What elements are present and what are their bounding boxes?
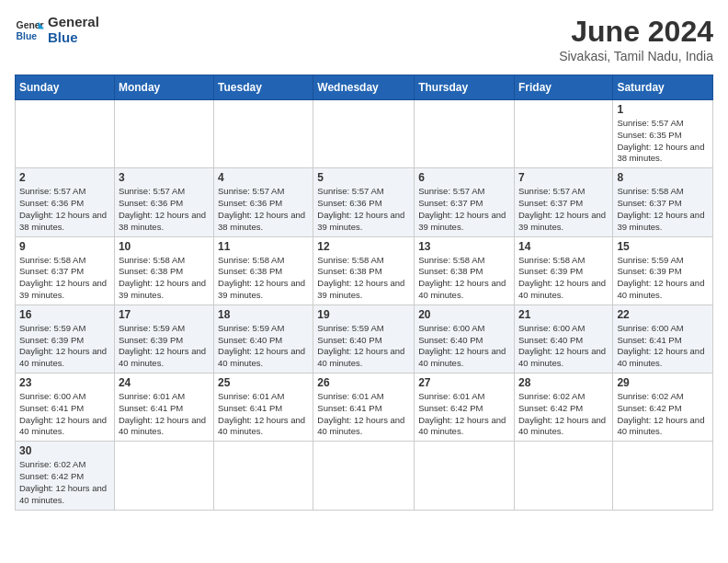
- calendar-cell: 2Sunrise: 5:57 AM Sunset: 6:36 PM Daylig…: [16, 168, 115, 236]
- calendar-cell: 12Sunrise: 5:58 AM Sunset: 6:38 PM Dayli…: [313, 236, 415, 304]
- day-info: Sunrise: 5:57 AM Sunset: 6:36 PM Dayligh…: [317, 186, 410, 233]
- day-header-sunday: Sunday: [16, 75, 115, 100]
- calendar-cell: 1Sunrise: 5:57 AM Sunset: 6:35 PM Daylig…: [613, 100, 713, 168]
- day-number: 19: [317, 308, 410, 321]
- day-number: 17: [119, 308, 210, 321]
- day-number: 7: [518, 171, 609, 184]
- day-info: Sunrise: 5:59 AM Sunset: 6:40 PM Dayligh…: [218, 323, 309, 370]
- calendar-cell: 10Sunrise: 5:58 AM Sunset: 6:38 PM Dayli…: [114, 236, 213, 304]
- day-info: Sunrise: 5:57 AM Sunset: 6:36 PM Dayligh…: [19, 186, 110, 233]
- day-info: Sunrise: 6:02 AM Sunset: 6:42 PM Dayligh…: [617, 391, 709, 438]
- logo-text-blue: Blue: [48, 30, 99, 46]
- day-number: 1: [617, 103, 709, 116]
- calendar-cell: 7Sunrise: 5:57 AM Sunset: 6:37 PM Daylig…: [514, 168, 612, 236]
- day-info: Sunrise: 5:57 AM Sunset: 6:36 PM Dayligh…: [218, 186, 309, 233]
- day-number: 21: [518, 308, 609, 321]
- calendar-cell: [313, 100, 415, 168]
- calendar-cell: [16, 100, 115, 168]
- day-info: Sunrise: 6:01 AM Sunset: 6:41 PM Dayligh…: [317, 391, 410, 438]
- week-row-6: 30Sunrise: 6:02 AM Sunset: 6:42 PM Dayli…: [16, 442, 713, 510]
- day-number: 10: [119, 240, 210, 253]
- day-info: Sunrise: 5:57 AM Sunset: 6:35 PM Dayligh…: [617, 118, 709, 165]
- day-info: Sunrise: 6:02 AM Sunset: 6:42 PM Dayligh…: [518, 391, 609, 438]
- day-number: 23: [19, 376, 110, 389]
- day-number: 8: [617, 171, 709, 184]
- svg-text:Blue: Blue: [17, 30, 38, 40]
- calendar-cell: 30Sunrise: 6:02 AM Sunset: 6:42 PM Dayli…: [16, 442, 115, 510]
- day-info: Sunrise: 5:58 AM Sunset: 6:39 PM Dayligh…: [518, 255, 609, 302]
- calendar-cell: 15Sunrise: 5:59 AM Sunset: 6:39 PM Dayli…: [613, 236, 713, 304]
- day-header-friday: Friday: [514, 75, 612, 100]
- day-header-thursday: Thursday: [415, 75, 515, 100]
- calendar-cell: [114, 442, 213, 510]
- day-info: Sunrise: 5:58 AM Sunset: 6:38 PM Dayligh…: [218, 255, 309, 302]
- day-info: Sunrise: 5:57 AM Sunset: 6:37 PM Dayligh…: [518, 186, 609, 233]
- day-number: 27: [418, 376, 510, 389]
- calendar-cell: 8Sunrise: 5:58 AM Sunset: 6:37 PM Daylig…: [613, 168, 713, 236]
- week-row-2: 2Sunrise: 5:57 AM Sunset: 6:36 PM Daylig…: [16, 168, 713, 236]
- logo: General Blue General Blue: [15, 15, 99, 45]
- day-info: Sunrise: 6:00 AM Sunset: 6:41 PM Dayligh…: [617, 323, 709, 370]
- calendar-cell: [613, 442, 713, 510]
- day-info: Sunrise: 5:59 AM Sunset: 6:39 PM Dayligh…: [119, 323, 210, 370]
- day-header-monday: Monday: [114, 75, 213, 100]
- calendar-cell: [415, 100, 515, 168]
- day-number: 13: [418, 240, 510, 253]
- day-number: 2: [19, 171, 110, 184]
- day-info: Sunrise: 5:59 AM Sunset: 6:39 PM Dayligh…: [19, 323, 110, 370]
- calendar-cell: 11Sunrise: 5:58 AM Sunset: 6:38 PM Dayli…: [214, 236, 313, 304]
- calendar-cell: [514, 100, 612, 168]
- calendar-cell: [514, 442, 612, 510]
- calendar-cell: 21Sunrise: 6:00 AM Sunset: 6:40 PM Dayli…: [514, 304, 612, 373]
- calendar-cell: [114, 100, 213, 168]
- logo-icon: General Blue: [15, 16, 44, 45]
- day-info: Sunrise: 6:01 AM Sunset: 6:41 PM Dayligh…: [218, 391, 309, 438]
- calendar-cell: 18Sunrise: 5:59 AM Sunset: 6:40 PM Dayli…: [214, 304, 313, 373]
- calendar-cell: 5Sunrise: 5:57 AM Sunset: 6:36 PM Daylig…: [313, 168, 415, 236]
- day-info: Sunrise: 6:01 AM Sunset: 6:41 PM Dayligh…: [119, 391, 210, 438]
- day-number: 12: [317, 240, 410, 253]
- day-info: Sunrise: 6:00 AM Sunset: 6:41 PM Dayligh…: [19, 391, 110, 438]
- day-number: 30: [19, 444, 110, 457]
- calendar-cell: 6Sunrise: 5:57 AM Sunset: 6:37 PM Daylig…: [415, 168, 515, 236]
- calendar-cell: [214, 100, 313, 168]
- day-header-saturday: Saturday: [613, 75, 713, 100]
- day-number: 11: [218, 240, 309, 253]
- calendar-cell: [415, 442, 515, 510]
- day-header-row: SundayMondayTuesdayWednesdayThursdayFrid…: [16, 75, 713, 100]
- day-number: 20: [418, 308, 510, 321]
- day-info: Sunrise: 6:02 AM Sunset: 6:42 PM Dayligh…: [19, 459, 110, 506]
- day-number: 4: [218, 171, 309, 184]
- week-row-4: 16Sunrise: 5:59 AM Sunset: 6:39 PM Dayli…: [16, 304, 713, 373]
- day-number: 6: [418, 171, 510, 184]
- day-number: 22: [617, 308, 709, 321]
- day-info: Sunrise: 6:00 AM Sunset: 6:40 PM Dayligh…: [418, 323, 510, 370]
- calendar-cell: 24Sunrise: 6:01 AM Sunset: 6:41 PM Dayli…: [114, 373, 213, 442]
- day-info: Sunrise: 5:57 AM Sunset: 6:36 PM Dayligh…: [119, 186, 210, 233]
- calendar-cell: 17Sunrise: 5:59 AM Sunset: 6:39 PM Dayli…: [114, 304, 213, 373]
- calendar-cell: 13Sunrise: 5:58 AM Sunset: 6:38 PM Dayli…: [415, 236, 515, 304]
- calendar-table: SundayMondayTuesdayWednesdayThursdayFrid…: [15, 75, 713, 511]
- day-number: 3: [119, 171, 210, 184]
- day-info: Sunrise: 5:57 AM Sunset: 6:37 PM Dayligh…: [418, 186, 510, 233]
- day-info: Sunrise: 5:58 AM Sunset: 6:38 PM Dayligh…: [418, 255, 510, 302]
- calendar-cell: 14Sunrise: 5:58 AM Sunset: 6:39 PM Dayli…: [514, 236, 612, 304]
- day-info: Sunrise: 5:58 AM Sunset: 6:38 PM Dayligh…: [317, 255, 410, 302]
- day-number: 18: [218, 308, 309, 321]
- week-row-1: 1Sunrise: 5:57 AM Sunset: 6:35 PM Daylig…: [16, 100, 713, 168]
- day-number: 25: [218, 376, 309, 389]
- day-header-tuesday: Tuesday: [214, 75, 313, 100]
- title-area: June 2024 Sivakasi, Tamil Nadu, India: [559, 15, 713, 63]
- calendar-cell: 26Sunrise: 6:01 AM Sunset: 6:41 PM Dayli…: [313, 373, 415, 442]
- day-number: 9: [19, 240, 110, 253]
- day-header-wednesday: Wednesday: [313, 75, 415, 100]
- day-info: Sunrise: 6:01 AM Sunset: 6:42 PM Dayligh…: [418, 391, 510, 438]
- day-number: 5: [317, 171, 410, 184]
- day-info: Sunrise: 5:58 AM Sunset: 6:38 PM Dayligh…: [119, 255, 210, 302]
- calendar-cell: 29Sunrise: 6:02 AM Sunset: 6:42 PM Dayli…: [613, 373, 713, 442]
- day-number: 24: [119, 376, 210, 389]
- day-info: Sunrise: 5:59 AM Sunset: 6:40 PM Dayligh…: [317, 323, 410, 370]
- week-row-5: 23Sunrise: 6:00 AM Sunset: 6:41 PM Dayli…: [16, 373, 713, 442]
- day-number: 29: [617, 376, 709, 389]
- week-row-3: 9Sunrise: 5:58 AM Sunset: 6:37 PM Daylig…: [16, 236, 713, 304]
